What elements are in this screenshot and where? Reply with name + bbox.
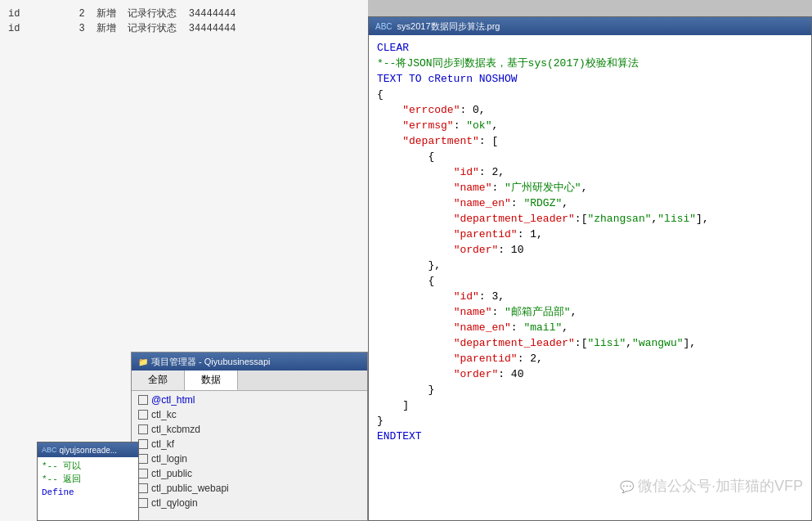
pm-checkbox-5[interactable] — [138, 469, 148, 478]
code-line-26: ENDTEXT — [377, 429, 803, 444]
json-key-dept-leader1: "department_leader" — [454, 213, 575, 225]
pm-item-6[interactable]: ctl_public_webapi — [132, 481, 367, 496]
json-val-name2: "邮箱产品部" — [505, 306, 571, 318]
log-code-2: 34444444 — [189, 23, 236, 34]
json-val-name1: "广州研发中心" — [505, 182, 581, 194]
code-line-22: "order": 40 — [377, 366, 803, 382]
keyword-endtext: ENDTEXT — [377, 430, 422, 442]
log-status-2: 记录行状态 — [128, 23, 177, 34]
pm-tabs-bar: 全部 数据 — [132, 371, 367, 391]
code-line-15: }, — [377, 258, 803, 273]
brace-open: { — [377, 88, 384, 101]
code-line-3: TEXT TO cReturn NOSHOW — [377, 71, 803, 87]
code-line-2: *--将JSON同步到数据表，基于sys(2017)校验和算法 — [377, 56, 803, 71]
json-key-name1: "name" — [454, 182, 492, 194]
pm-checkbox-6[interactable] — [138, 483, 148, 493]
watermark-icon: 💬 — [620, 480, 634, 493]
json-key-id1: "id" — [454, 166, 479, 178]
json-key-department: "department" — [402, 135, 479, 147]
pm-item-2[interactable]: ctl_kcbmzd — [132, 422, 367, 437]
log-num-1: 2 — [79, 8, 84, 20]
tab-data[interactable]: 数据 — [185, 371, 238, 390]
qiyu-window: ABC qiyujsonreade... *-- 可以 *-- 返回 Defin… — [37, 442, 139, 521]
pm-checkbox-7[interactable] — [138, 498, 148, 508]
code-line-19: "name_en": "mail", — [377, 320, 803, 335]
code-line-17: "id": 3, — [377, 289, 803, 304]
pm-item-label-1: ctl_kc — [151, 409, 177, 420]
json-key-id2: "id" — [454, 290, 479, 303]
pm-content: @ctl_html ctl_kc ctl_kcbmzd ctl_kf ctl_l… — [132, 391, 367, 520]
pm-checkbox-1[interactable] — [138, 410, 148, 420]
code-line-16: { — [377, 273, 803, 289]
log-action-1: 新增 — [96, 8, 116, 20]
code-line-11: "name_en": "RDGZ", — [377, 195, 803, 211]
code-editor-window: ABC sys2017数据同步算法.prg CLEAR *--将JSON同步到数… — [368, 16, 812, 521]
json-key-errmsg: "errmsg" — [402, 119, 453, 132]
pm-item-label-2: ctl_kcbmzd — [151, 424, 200, 435]
code-line-23: } — [377, 382, 803, 397]
code-line-14: "order": 10 — [377, 242, 803, 258]
log-action-2: 新增 — [96, 23, 116, 34]
code-line-5: "errcode": 0, — [377, 102, 803, 118]
pm-item-label-7: ctl_qylogin — [151, 497, 198, 509]
pm-checkbox-3[interactable] — [138, 439, 148, 449]
code-line-24: ] — [377, 397, 803, 413]
qiyu-define: Define — [42, 487, 74, 497]
json-val-name-en2: "mail" — [523, 321, 562, 334]
pm-item-0[interactable]: @ctl_html — [132, 393, 367, 407]
code-line-4: { — [377, 87, 803, 102]
code-line-18: "name": "邮箱产品部", — [377, 304, 803, 320]
pm-checkbox-2[interactable] — [138, 424, 148, 434]
code-line-9: "id": 2, — [377, 164, 803, 180]
keyword-clear: CLEAR — [377, 42, 409, 54]
code-line-21: "parentid": 2, — [377, 351, 803, 366]
json-val-dl1b: "lisi" — [657, 213, 696, 225]
comment-line: *--将JSON同步到数据表，基于sys(2017)校验和算法 — [377, 57, 639, 70]
code-line-8: { — [377, 149, 803, 164]
log-id-2: id — [8, 23, 20, 34]
keyword-text: TEXT TO cReturn NOSHOW — [377, 73, 518, 85]
pm-item-label-5: ctl_public — [151, 468, 192, 479]
qiyu-line-3: Define — [42, 486, 134, 499]
pm-item-4[interactable]: ctl_login — [132, 451, 367, 466]
pm-title-text: 项目管理器 - Qiyubusinessapi — [151, 356, 271, 368]
qiyu-title-text: qiyujsonreade... — [60, 446, 118, 455]
editor-title-text: sys2017数据同步算法.prg — [397, 20, 500, 33]
pm-item-5[interactable]: ctl_public — [132, 466, 367, 481]
pm-item-1[interactable]: ctl_kc — [132, 407, 367, 422]
editor-titlebar: ABC sys2017数据同步算法.prg — [369, 17, 811, 35]
json-key-name-en1: "name_en" — [454, 197, 511, 209]
json-key-parentid2: "parentid" — [454, 353, 518, 365]
json-val-dl2b: "wangwu" — [632, 337, 683, 349]
code-line-10: "name": "广州研发中心", — [377, 180, 803, 195]
code-line-20: "department_leader":["lisi","wangwu"], — [377, 335, 803, 351]
qiyu-content[interactable]: *-- 可以 *-- 返回 Define — [38, 457, 138, 520]
json-val-dl1a: "zhangsan" — [587, 213, 651, 225]
pm-item-label-3: ctl_kf — [151, 438, 174, 450]
json-key-dept-leader2: "department_leader" — [454, 337, 575, 349]
code-line-1: CLEAR — [377, 40, 803, 56]
pm-checkbox-0[interactable] — [138, 395, 148, 405]
pm-title-icon: 📁 — [138, 357, 148, 366]
pm-titlebar: 📁 项目管理器 - Qiyubusinessapi — [132, 353, 367, 371]
json-key-parentid1: "parentid" — [454, 228, 518, 240]
tab-all[interactable]: 全部 — [132, 371, 185, 390]
json-key-errcode: "errcode" — [402, 104, 460, 116]
pm-item-7[interactable]: ctl_qylogin — [132, 496, 367, 510]
log-num-2: 3 — [79, 23, 84, 34]
qiyu-comment-2: *-- 返回 — [42, 474, 81, 484]
editor-content[interactable]: CLEAR *--将JSON同步到数据表，基于sys(2017)校验和算法 TE… — [369, 35, 811, 520]
json-key-name-en2: "name_en" — [454, 321, 511, 334]
code-line-13: "parentid": 1, — [377, 227, 803, 242]
json-val-errmsg: "ok" — [466, 119, 491, 132]
qiyu-titlebar: ABC qiyujsonreade... — [38, 442, 138, 457]
json-key-name2: "name" — [454, 306, 492, 318]
pm-item-3[interactable]: ctl_kf — [132, 437, 367, 451]
project-manager-window: 📁 项目管理器 - Qiyubusinessapi 全部 数据 @ctl_htm… — [131, 352, 368, 521]
qiyu-title-icon: ABC — [42, 446, 57, 454]
log-status-1: 记录行状态 — [128, 8, 177, 20]
pm-item-label-4: ctl_login — [151, 453, 187, 465]
qiyu-comment-1: *-- 可以 — [42, 461, 81, 471]
pm-checkbox-4[interactable] — [138, 454, 148, 464]
json-val-dl2a: "lisi" — [587, 337, 626, 349]
